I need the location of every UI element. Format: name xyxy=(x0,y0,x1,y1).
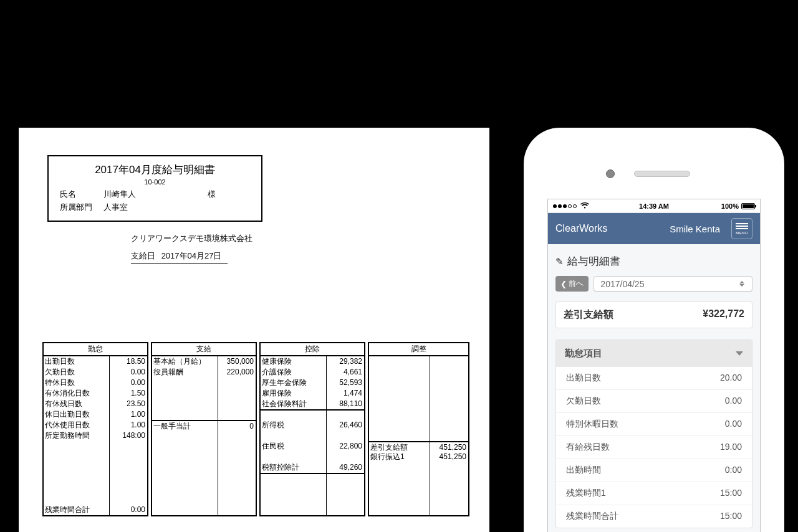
table-header-kintai: 勤怠 xyxy=(44,343,147,356)
row-value xyxy=(110,483,147,494)
row-label: 残業時間合計 xyxy=(44,505,110,515)
row-value xyxy=(218,505,256,515)
app-header: ClearWorks Smile Kenta MENU xyxy=(548,213,760,244)
row-value: 0:00 xyxy=(110,505,147,515)
table-sikyu: 支給 基本給（月給）350,000役員報酬220,000一般手当計0 xyxy=(151,342,257,516)
row-label: 税額控除計 xyxy=(261,462,327,473)
row-value xyxy=(218,441,256,452)
row-value: 1,474 xyxy=(327,388,364,399)
table-row xyxy=(369,430,468,441)
row-value xyxy=(430,483,468,494)
row-value xyxy=(430,367,468,378)
table-row: 所得税26,460 xyxy=(261,420,364,430)
row-value: 451,250 xyxy=(430,442,468,452)
page-title: 給与明細書 xyxy=(567,254,620,268)
prev-button[interactable]: ❮ 前へ xyxy=(555,276,589,292)
row-value xyxy=(430,462,468,473)
pencil-icon: ✎ xyxy=(555,256,564,267)
table-row xyxy=(152,409,256,420)
row-label xyxy=(44,452,110,462)
row-value xyxy=(430,399,468,409)
prev-label: 前へ xyxy=(569,278,584,289)
row-label: 厚生年金保険 xyxy=(261,378,327,388)
row-value xyxy=(327,494,364,505)
row-value xyxy=(218,430,256,441)
row-value: 26,460 xyxy=(327,420,364,430)
row-label xyxy=(369,483,430,494)
row-value: 23.50 xyxy=(110,399,147,409)
row-label xyxy=(369,399,430,409)
row-value: 18.50 xyxy=(110,356,147,367)
row-value: 88,110 xyxy=(327,399,364,409)
table-row xyxy=(261,505,364,515)
row-value: 0.00 xyxy=(110,367,147,378)
row-label xyxy=(152,399,218,409)
table-row xyxy=(44,452,147,462)
row-label: 銀行振込1 xyxy=(369,452,430,462)
table-row xyxy=(152,388,256,399)
row-label: 所得税 xyxy=(261,420,327,430)
payday-value: 2017年04月27日 xyxy=(161,251,222,260)
table-kojo: 控除 健康保険29,382介護保険4,661厚生年金保険52,593雇用保険1,… xyxy=(259,342,365,516)
payday: 支給日 2017年04月27日 xyxy=(131,250,228,264)
table-row xyxy=(369,367,468,378)
table-chosei: 調整 差引支給額451,250銀行振込1451,250 xyxy=(368,342,469,516)
row-value xyxy=(327,430,364,441)
company-name: クリアワークスデモ環境株式会社 xyxy=(131,233,471,244)
row-label xyxy=(261,474,327,483)
item-value: 0:00 xyxy=(725,465,742,476)
row-value xyxy=(430,378,468,388)
row-label xyxy=(152,378,218,388)
item-label: 特別休暇日数 xyxy=(566,419,618,430)
table-row xyxy=(152,473,256,483)
row-value xyxy=(430,409,468,420)
row-value xyxy=(430,494,468,505)
table-row xyxy=(369,399,468,409)
table-row: 残業時間合計0:00 xyxy=(44,505,147,515)
list-item: 出勤日数20.00 xyxy=(556,367,752,389)
table-row xyxy=(44,494,147,505)
name-suffix: 様 xyxy=(185,188,216,201)
phone-camera xyxy=(606,169,615,178)
row-label xyxy=(369,420,430,430)
brand-title: ClearWorks xyxy=(555,223,607,234)
row-value xyxy=(327,483,364,494)
table-row xyxy=(261,483,364,494)
row-label: 介護保険 xyxy=(261,367,327,378)
list-item: 残業時間115:00 xyxy=(556,482,752,505)
row-value xyxy=(430,505,468,515)
row-label: 住民税 xyxy=(261,441,327,452)
item-value: 0.00 xyxy=(725,396,742,407)
row-value xyxy=(327,505,364,515)
table-row: 基本給（月給）350,000 xyxy=(152,356,256,367)
section-header[interactable]: 勤怠項目 xyxy=(556,340,752,367)
table-row: 一般手当計0 xyxy=(152,420,256,430)
table-row xyxy=(44,462,147,473)
row-label xyxy=(261,430,327,441)
table-row xyxy=(152,462,256,473)
row-value xyxy=(430,430,468,441)
date-value: 2017/04/25 xyxy=(600,279,644,289)
row-label xyxy=(152,452,218,462)
menu-button[interactable]: MENU xyxy=(731,218,752,239)
table-row xyxy=(152,430,256,441)
table-row xyxy=(369,409,468,420)
row-value xyxy=(218,483,256,494)
date-select[interactable]: 2017/04/25 xyxy=(594,276,752,292)
signal-dots-icon xyxy=(553,204,577,208)
row-label xyxy=(152,473,218,483)
row-value: 220,000 xyxy=(218,367,256,378)
table-row xyxy=(261,473,364,483)
menu-label: MENU xyxy=(736,231,748,235)
table-row: 雇用保険1,474 xyxy=(261,388,364,399)
row-label xyxy=(369,388,430,399)
table-row: 出勤日数18.50 xyxy=(44,356,147,367)
row-value xyxy=(110,473,147,483)
item-value: 15:00 xyxy=(720,488,742,499)
wifi-icon xyxy=(580,202,589,210)
row-value xyxy=(430,356,468,367)
user-name: Smile Kenta xyxy=(670,224,720,234)
table-row: 特休日数0.00 xyxy=(44,378,147,388)
row-label: 差引支給額 xyxy=(369,442,430,452)
row-value: 49,260 xyxy=(327,462,364,473)
